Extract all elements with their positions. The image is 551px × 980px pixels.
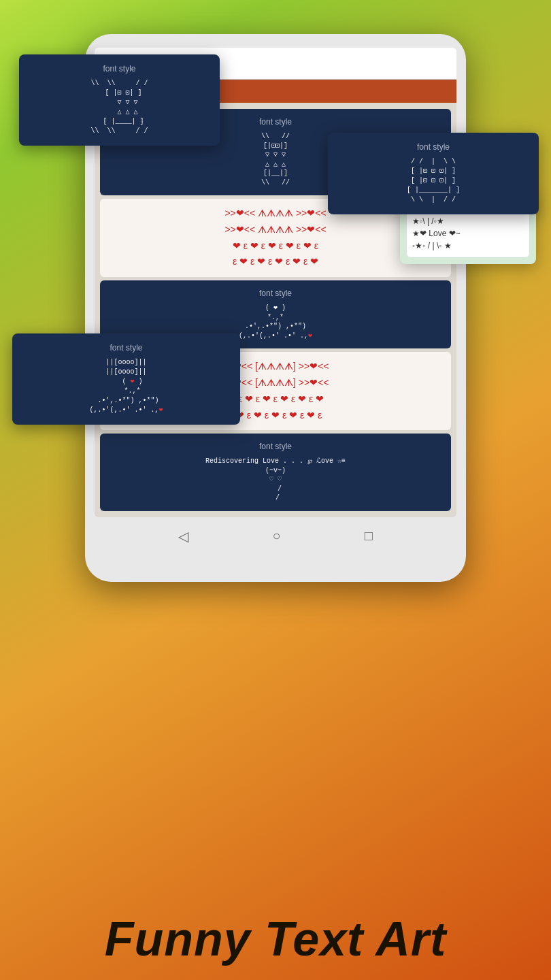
- float-card-tl-art: \\ \\ / / [ |⊡ ⊡| ] ▽ ▽ ▽ △ △ △ [ |____|…: [30, 79, 209, 136]
- hearts-row2: >>❤<< ᗑᗑᗑᗑ >>❤<<: [107, 222, 444, 238]
- float-card-ml-label: font style: [23, 343, 229, 353]
- chat-line-3: ★❤ Love ❤~: [412, 227, 524, 240]
- float-card-top-right: font style / / | \ \ [ |⊡ ⊡ ⊡| ] [ |⊡ ⊡ …: [328, 133, 539, 214]
- nav-recent-icon[interactable]: □: [365, 528, 373, 544]
- float-card-mid-left: font style ||[oooo]|| ||[oooo]|| ( ❤ ) *…: [12, 333, 240, 425]
- card3-art: Rediscovering Love . . . ℘ ℒove ☆≡ (~v~)…: [110, 457, 441, 503]
- nav-home-icon[interactable]: ○: [272, 528, 280, 544]
- hearts-row4: ε ❤ ε ❤ ε ❤ ε ❤ ε ❤: [107, 254, 444, 270]
- float-card-ml-art: ||[oooo]|| ||[oooo]|| ( ❤ ) *.,* .•',.•*…: [23, 358, 229, 415]
- font-style-card-3[interactable]: font style Rediscovering Love . . . ℘ ℒo…: [100, 434, 451, 511]
- float-card-tr-label: font style: [339, 142, 528, 152]
- nav-back-icon[interactable]: ◁: [178, 528, 188, 544]
- float-card-tl-label: font style: [30, 64, 209, 74]
- device-navigation: ◁ ○ □: [95, 517, 456, 544]
- page-bottom-title-text: Funny Text Art: [105, 913, 447, 966]
- chat-line-4: ◦★◦ / | \◦ ★: [412, 240, 524, 252]
- page-container: < Fancy Text Enter text... font style \\…: [0, 0, 551, 980]
- float-card-top-left: font style \\ \\ / / [ |⊡ ⊡| ] ▽ ▽ ▽ △ △…: [19, 54, 220, 146]
- float-card-tr-art: / / | \ \ [ |⊡ ⊡ ⊡| ] [ |⊡ ⊡ ⊡| ] [ |___…: [339, 157, 528, 205]
- chat-line-2: ★◦\ | /◦★: [412, 215, 524, 227]
- card2-label: font style: [110, 289, 441, 298]
- hearts-row3: ❤ ε ❤ ε ❤ ε ❤ ε ❤ ε: [107, 238, 444, 255]
- page-bottom-title-container: Funny Text Art: [0, 912, 551, 966]
- card3-label: font style: [110, 442, 441, 451]
